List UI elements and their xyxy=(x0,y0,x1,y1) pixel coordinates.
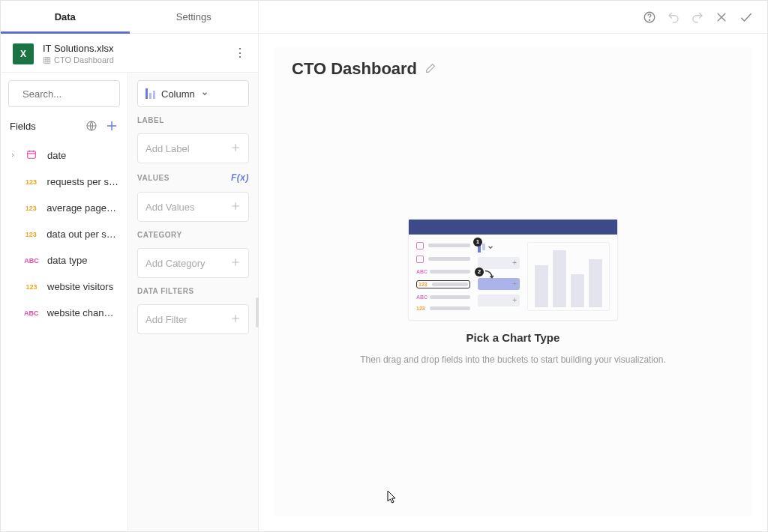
category-bucket[interactable]: Add Category xyxy=(137,248,249,278)
text-type-icon: ABC xyxy=(23,257,40,265)
fx-button[interactable]: F(x) xyxy=(231,172,249,183)
scrollbar[interactable] xyxy=(256,297,259,327)
dashboard-canvas: CTO Dashboard ABC 123 xyxy=(274,47,752,516)
redo-button[interactable] xyxy=(691,10,704,24)
excel-icon: X xyxy=(13,43,34,64)
add-field-button[interactable] xyxy=(105,119,118,133)
right-panel: CTO Dashboard ABC 123 xyxy=(259,1,767,531)
calendar-icon xyxy=(23,149,40,161)
label-bucket[interactable]: Add Label xyxy=(137,133,249,163)
tab-settings[interactable]: Settings xyxy=(130,1,259,33)
fields-column: Fields xyxy=(1,73,128,531)
field-requests[interactable]: 123 requests per se... xyxy=(1,169,128,195)
filters-bucket[interactable]: Add Filter xyxy=(137,304,249,334)
svg-rect-3 xyxy=(28,151,36,158)
field-avg-page-load[interactable]: 123 average page lo... xyxy=(1,195,128,221)
field-list: date 123 requests per se... 123 average … xyxy=(1,137,128,326)
field-date[interactable]: date xyxy=(1,142,128,169)
column-chart-icon xyxy=(146,88,155,99)
undo-button[interactable] xyxy=(667,10,680,24)
number-type-icon: 123 xyxy=(22,231,39,238)
fields-heading: Fields xyxy=(10,121,36,132)
source-sheet: CTO Dashboard xyxy=(43,55,114,64)
number-type-icon: 123 xyxy=(23,283,40,291)
close-button[interactable] xyxy=(715,10,728,24)
chart-type-selector[interactable]: Column xyxy=(137,80,249,107)
number-type-icon: 123 xyxy=(23,178,40,186)
empty-title: Pick a Chart Type xyxy=(466,331,560,344)
confirm-button[interactable] xyxy=(739,10,754,25)
plus-icon[interactable] xyxy=(230,201,241,214)
grid-icon xyxy=(43,56,51,64)
buckets-column: Column LABEL Add Label VALUES F(x) Add V… xyxy=(128,73,258,531)
svg-point-5 xyxy=(649,19,650,20)
chevron-down-icon xyxy=(201,90,208,97)
source-options-button[interactable]: ⋮ xyxy=(234,47,246,59)
dashboard-title: CTO Dashboard xyxy=(292,59,417,79)
filters-heading: DATA FILTERS xyxy=(137,287,249,295)
search-input-wrap[interactable] xyxy=(8,80,120,107)
help-button[interactable] xyxy=(643,10,656,24)
empty-state: ABC 123 ABC 123 1 xyxy=(292,79,734,504)
plus-icon[interactable] xyxy=(230,257,241,270)
globe-icon[interactable] xyxy=(86,120,98,132)
values-heading: VALUES xyxy=(137,174,170,182)
plus-icon[interactable] xyxy=(230,313,241,326)
source-file-name: IT Solutions.xlsx xyxy=(43,43,114,54)
empty-illustration: ABC 123 ABC 123 1 xyxy=(408,219,618,321)
tab-data[interactable]: Data xyxy=(1,1,130,33)
panel-tabs: Data Settings xyxy=(1,1,258,34)
svg-rect-0 xyxy=(44,57,50,63)
values-bucket[interactable]: Add Values xyxy=(137,192,249,222)
text-type-icon: ABC xyxy=(23,309,40,317)
field-data-type[interactable]: ABC data type xyxy=(1,247,128,273)
empty-subtitle: Then drag and drop fields into the bucke… xyxy=(360,354,666,365)
left-panel: Data Settings X IT Solutions.xlsx CTO Da… xyxy=(1,1,259,531)
top-toolbar xyxy=(259,1,767,34)
field-data-out[interactable]: 123 data out per sec... xyxy=(1,221,128,247)
field-channels[interactable]: ABC website channels xyxy=(1,300,128,326)
label-heading: LABEL xyxy=(137,116,249,124)
edit-title-button[interactable] xyxy=(424,62,436,76)
field-visitors[interactable]: 123 website visitors xyxy=(1,273,128,300)
plus-icon[interactable] xyxy=(230,142,241,155)
source-file-row: X IT Solutions.xlsx CTO Dashboard ⋮ xyxy=(1,34,258,73)
number-type-icon: 123 xyxy=(22,205,39,212)
chevron-right-icon xyxy=(10,152,16,158)
category-heading: CATEGORY xyxy=(137,231,249,239)
